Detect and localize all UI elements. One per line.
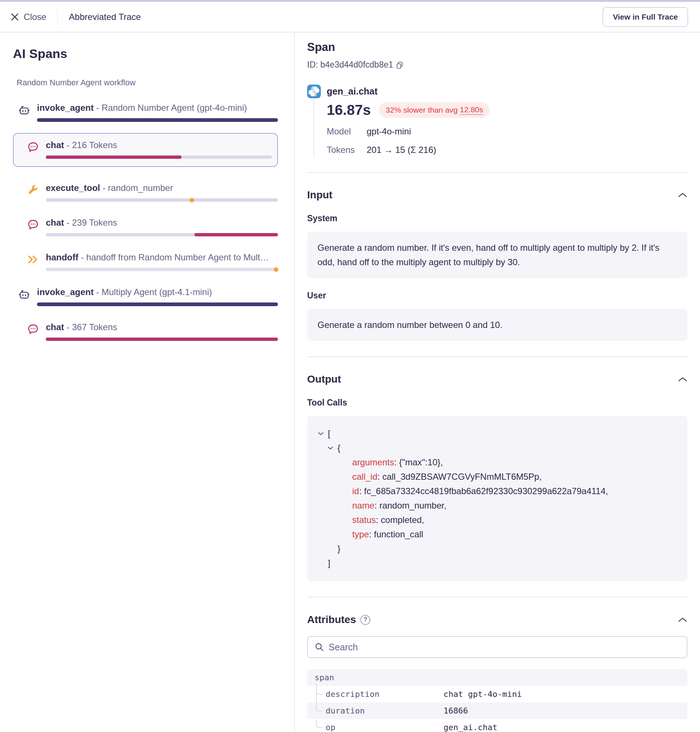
output-section-header: Output xyxy=(307,373,687,385)
span-label: chat - 216 Tokens xyxy=(46,139,272,151)
close-button[interactable]: Close xyxy=(10,12,46,22)
attributes-table: span description chat gpt-4o-mini durati… xyxy=(307,669,687,732)
chat-icon xyxy=(26,218,40,232)
workflow-label: Random Number Agent workflow xyxy=(17,78,278,88)
span-id: ID: b4e3d44d0fcdb8e1 xyxy=(307,60,687,70)
span-duration-bar xyxy=(37,118,278,122)
ai-spans-panel: AI Spans Random Number Agent workflow in… xyxy=(0,32,295,731)
attributes-heading: Attributes xyxy=(307,614,356,626)
input-heading: Input xyxy=(307,189,332,201)
span-duration-bar xyxy=(37,302,278,306)
json-line: call_id: call_3d9ZBSAW7CGVyFNmMLT6M5Pp, xyxy=(318,469,677,484)
span-duration-bar xyxy=(46,155,272,159)
divider xyxy=(307,172,687,173)
json-line: status: completed, xyxy=(318,513,677,527)
span-list: invoke_agent - Random Number Agent (gpt-… xyxy=(13,98,278,341)
tree-elbow xyxy=(316,703,323,711)
span-op-name: gen_ai.chat xyxy=(327,86,378,97)
search-input[interactable] xyxy=(329,642,680,653)
help-icon[interactable]: ? xyxy=(360,615,370,625)
span-row-chat-367[interactable]: chat - 367 Tokens xyxy=(13,317,278,341)
user-message-box: Generate a random number between 0 and 1… xyxy=(307,309,687,341)
span-duration-bar xyxy=(46,268,278,271)
span-row-chat-selected[interactable]: chat - 216 Tokens xyxy=(13,133,278,167)
span-row-handoff[interactable]: handoff - handoff from Random Number Age… xyxy=(13,248,278,271)
view-full-trace-button[interactable]: View in Full Trace xyxy=(603,7,688,27)
json-line: id: fc_685a73324cc4819fbab6a62f92330c930… xyxy=(318,484,677,498)
system-message-box: Generate a random number. If it's even, … xyxy=(307,232,687,278)
top-bar: Close Abbreviated Trace View in Full Tra… xyxy=(0,2,700,32)
close-label: Close xyxy=(24,12,46,22)
attr-row-description: description chat gpt-4o-mini xyxy=(307,686,687,703)
slower-than-avg-badge: 32% slower than avg 12.80s xyxy=(379,102,490,118)
json-line: name: random_number, xyxy=(318,498,677,513)
span-row-execute-tool[interactable]: execute_tool - random_number xyxy=(13,178,278,202)
attributes-search[interactable] xyxy=(307,636,687,658)
span-label: execute_tool - random_number xyxy=(46,182,278,194)
wrench-icon xyxy=(26,183,40,197)
span-detail-panel: Span ID: b4e3d44d0fcdb8e1 gen_ai.chat 16… xyxy=(295,32,700,731)
input-section-header: Input xyxy=(307,189,687,201)
span-detail-heading: Span xyxy=(307,41,687,54)
collapse-attributes-icon[interactable] xyxy=(678,617,687,623)
system-label: System xyxy=(307,213,687,223)
robot-icon xyxy=(18,103,31,117)
tokens-row: Tokens 201 → 15 (Σ 216) xyxy=(327,145,687,155)
page-title: Abbreviated Trace xyxy=(69,12,141,22)
span-duration-bar xyxy=(46,233,278,236)
chevron-down-icon[interactable] xyxy=(318,431,324,436)
python-icon xyxy=(307,85,321,98)
span-row-invoke-agent[interactable]: invoke_agent - Random Number Agent (gpt-… xyxy=(13,98,278,122)
search-icon xyxy=(315,642,324,652)
user-label: User xyxy=(307,290,687,301)
close-icon xyxy=(10,13,19,21)
handoff-icon xyxy=(26,252,40,266)
output-heading: Output xyxy=(307,373,341,385)
span-duration-bar xyxy=(46,337,278,341)
tree-elbow xyxy=(316,720,323,728)
tool-calls-json: [ { arguments: {"max":10}, call_id: call… xyxy=(307,416,687,581)
span-duration-bar xyxy=(46,198,278,202)
avg-duration-link[interactable]: 12.80s xyxy=(460,105,483,115)
divider xyxy=(307,356,687,357)
json-line: } xyxy=(318,541,677,556)
robot-icon xyxy=(18,288,31,301)
span-label: handoff - handoff from Random Number Age… xyxy=(46,252,278,263)
json-line: type: function_call xyxy=(318,527,677,541)
copy-icon[interactable] xyxy=(396,61,404,69)
chat-icon xyxy=(26,140,40,154)
span-label: chat - 239 Tokens xyxy=(46,217,278,228)
attr-row-span: span xyxy=(307,669,687,686)
ai-spans-heading: AI Spans xyxy=(13,47,278,61)
model-row: Model gpt-4o-mini xyxy=(327,126,687,136)
span-row-chat-239[interactable]: chat - 239 Tokens xyxy=(13,213,278,236)
tool-calls-label: Tool Calls xyxy=(307,398,687,408)
divider xyxy=(307,597,687,597)
attributes-section-header: Attributes ? xyxy=(307,614,687,626)
tree-elbow xyxy=(316,687,323,695)
attr-row-duration: duration 16866 xyxy=(307,703,687,719)
json-line: arguments: {"max":10}, xyxy=(318,455,677,469)
chevron-down-icon[interactable] xyxy=(327,446,334,450)
span-duration: 16.87s xyxy=(327,102,371,118)
span-label: chat - 367 Tokens xyxy=(46,322,278,333)
json-line: ] xyxy=(318,556,677,570)
attr-row-op: op gen_ai.chat xyxy=(307,719,687,732)
collapse-output-icon[interactable] xyxy=(678,376,687,382)
span-row-invoke-agent-multiply[interactable]: invoke_agent - Multiply Agent (gpt-4.1-m… xyxy=(13,282,278,306)
collapse-input-icon[interactable] xyxy=(678,192,687,198)
chat-icon xyxy=(26,323,40,336)
span-label: invoke_agent - Multiply Agent (gpt-4.1-m… xyxy=(37,287,278,298)
topbar-divider xyxy=(57,9,58,25)
span-label: invoke_agent - Random Number Agent (gpt-… xyxy=(37,102,278,113)
